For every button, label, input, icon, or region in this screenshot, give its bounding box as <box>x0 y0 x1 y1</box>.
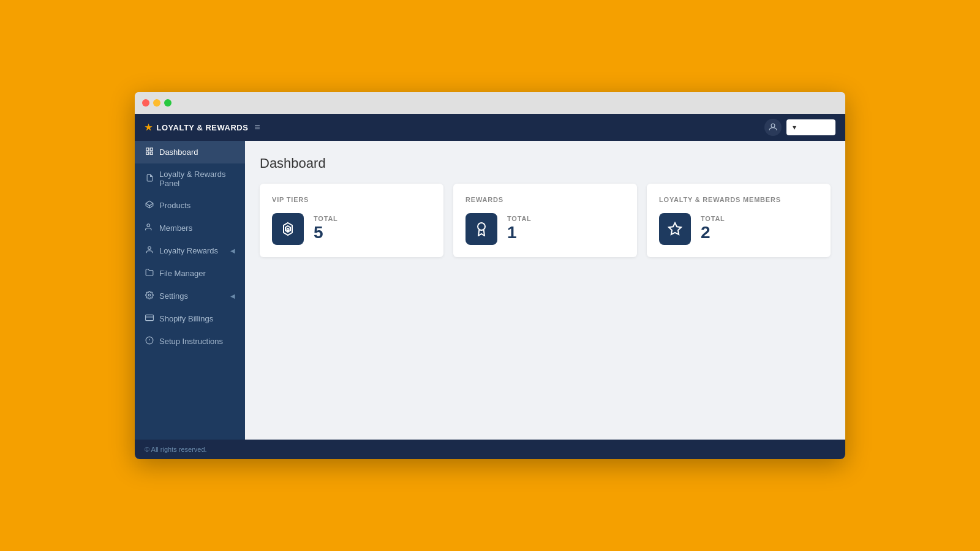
rewards-card: REWARDS TOTAL 1 <box>453 184 637 257</box>
file-manager-icon <box>145 268 154 279</box>
sidebar-item-loyalty-label: Loyalty Rewards <box>159 246 218 255</box>
sidebar-item-members-label: Members <box>159 223 192 233</box>
svg-rect-2 <box>146 152 149 154</box>
svg-rect-1 <box>150 148 153 151</box>
navbar-left: ★ LOYALTY & REWARDS ≡ <box>145 122 260 133</box>
vip-total-label: TOTAL <box>314 215 338 222</box>
vip-total-value: 5 <box>314 222 338 243</box>
brand-star-icon: ★ <box>145 122 153 132</box>
sidebar-item-members[interactable]: Members <box>135 217 245 239</box>
sidebar-item-shopify-billings[interactable]: Shopify Billings <box>135 307 245 330</box>
members-card: LOYALTY & REWARDS MEMBERS TOTAL 2 <box>647 184 831 257</box>
browser-window: ★ LOYALTY & REWARDS ≡ ▾ <box>135 92 845 459</box>
rewards-stats: TOTAL 1 <box>507 215 532 243</box>
members-header: LOYALTY & REWARDS MEMBERS <box>659 196 818 203</box>
sidebar-item-dashboard[interactable]: Dashboard <box>135 141 245 163</box>
sidebar: Dashboard Loyalty & Rewards Panel <box>135 141 245 440</box>
loyalty-icon <box>145 246 154 256</box>
vip-tiers-header: VIP TIERS <box>272 196 431 203</box>
settings-icon <box>145 291 154 301</box>
panel-icon <box>145 174 154 184</box>
loyalty-chevron-icon: ◀ <box>230 247 235 254</box>
brand-name: LOYALTY & REWARDS <box>157 123 249 132</box>
sidebar-item-setup-label: Setup Instructions <box>159 337 223 346</box>
rewards-body: TOTAL 1 <box>466 213 625 245</box>
sidebar-item-settings-label: Settings <box>159 291 188 301</box>
vip-tiers-card: VIP TIERS TOTAL 5 <box>260 184 443 257</box>
sidebar-item-products[interactable]: Products <box>135 194 245 217</box>
sidebar-item-products-label: Products <box>159 201 190 210</box>
vip-tiers-body: TOTAL 5 <box>272 213 431 245</box>
user-dropdown[interactable]: ▾ <box>786 119 835 135</box>
vip-tiers-stats: TOTAL 5 <box>314 215 338 243</box>
sidebar-item-loyalty-rewards-panel[interactable]: Loyalty & Rewards Panel <box>135 163 245 194</box>
svg-marker-16 <box>287 228 289 231</box>
members-card-icon <box>659 213 691 245</box>
navbar-brand: ★ LOYALTY & REWARDS <box>145 122 248 132</box>
members-icon <box>145 223 154 233</box>
setup-icon <box>145 336 154 347</box>
sidebar-item-billings-label: Shopify Billings <box>159 314 213 323</box>
vip-tiers-icon <box>272 213 304 245</box>
svg-point-7 <box>148 247 151 250</box>
traffic-light-green[interactable] <box>164 99 172 107</box>
svg-point-8 <box>148 294 151 296</box>
sidebar-item-settings[interactable]: Settings ◀ <box>135 285 245 307</box>
cards-row: VIP TIERS TOTAL 5 <box>260 184 831 257</box>
hamburger-icon[interactable]: ≡ <box>254 122 260 133</box>
footer-text: © All rights reserved. <box>145 446 207 453</box>
rewards-total-value: 1 <box>507 222 532 243</box>
sidebar-item-setup-instructions[interactable]: Setup Instructions <box>135 330 245 353</box>
top-navbar: ★ LOYALTY & REWARDS ≡ ▾ <box>135 114 845 141</box>
navbar-right: ▾ <box>764 119 835 136</box>
sidebar-item-file-manager[interactable]: File Manager <box>135 262 245 285</box>
svg-rect-0 <box>146 148 149 151</box>
page-title: Dashboard <box>260 156 831 171</box>
svg-marker-18 <box>669 223 681 234</box>
footer: © All rights reserved. <box>135 440 845 459</box>
members-stats: TOTAL 2 <box>701 215 725 243</box>
dropdown-arrow: ▾ <box>793 123 796 132</box>
sidebar-item-dashboard-label: Dashboard <box>159 148 198 157</box>
svg-point-6 <box>147 224 150 227</box>
svg-rect-3 <box>150 152 153 154</box>
user-avatar <box>764 119 782 136</box>
page-content: Dashboard VIP TIERS <box>245 141 845 440</box>
browser-chrome <box>135 92 845 114</box>
traffic-light-red[interactable] <box>142 99 149 107</box>
members-total-value: 2 <box>701 222 725 243</box>
members-total-label: TOTAL <box>701 215 725 222</box>
rewards-total-label: TOTAL <box>507 215 532 222</box>
svg-rect-9 <box>146 315 154 320</box>
settings-chevron-icon: ◀ <box>230 293 235 299</box>
browser-body: ★ LOYALTY & REWARDS ≡ ▾ <box>135 114 845 459</box>
sidebar-item-panel-label: Loyalty & Rewards Panel <box>159 170 235 188</box>
rewards-header: REWARDS <box>466 196 625 203</box>
main-area: Dashboard Loyalty & Rewards Panel <box>135 141 845 440</box>
traffic-light-yellow[interactable] <box>153 99 160 107</box>
billings-icon <box>145 313 154 324</box>
rewards-icon <box>466 213 497 245</box>
sidebar-item-file-label: File Manager <box>159 269 206 278</box>
sidebar-item-loyalty-rewards[interactable]: Loyalty Rewards ◀ <box>135 239 245 262</box>
products-icon <box>145 200 154 211</box>
svg-point-17 <box>478 223 485 230</box>
members-body: TOTAL 2 <box>659 213 818 245</box>
dashboard-icon <box>145 147 154 157</box>
